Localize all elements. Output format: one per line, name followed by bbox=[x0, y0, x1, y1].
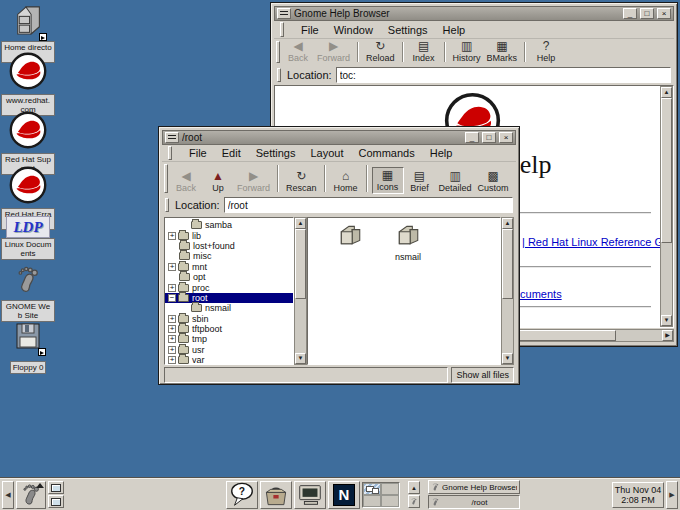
vertical-scrollbar[interactable]: ▲ ▼ bbox=[660, 86, 673, 327]
help-button[interactable]: ? Help bbox=[530, 39, 562, 64]
window-menu-icon[interactable] bbox=[277, 8, 291, 19]
maximize-button[interactable]: □ bbox=[482, 132, 496, 143]
scroll-up-icon[interactable]: ▲ bbox=[295, 218, 306, 229]
folder-icon bbox=[178, 294, 189, 302]
directory-tree: samba +lib lost+found misc +mnt opt +pro… bbox=[164, 217, 294, 365]
tree-item-selected[interactable]: −root bbox=[165, 293, 293, 303]
expander-icon[interactable]: − bbox=[168, 294, 176, 302]
location-input[interactable] bbox=[336, 67, 671, 83]
scroll-down-icon[interactable]: ▼ bbox=[661, 315, 672, 326]
file-filter-status[interactable]: Show all files bbox=[451, 367, 514, 383]
handle-grip[interactable] bbox=[280, 22, 284, 37]
menu-settings[interactable]: Settings bbox=[388, 24, 428, 36]
scroll-down-icon[interactable]: ▼ bbox=[502, 353, 513, 364]
scroll-right-icon[interactable]: ▶ bbox=[662, 330, 673, 341]
status-message bbox=[164, 367, 448, 383]
menu-help[interactable]: Help bbox=[430, 147, 453, 159]
back-button[interactable]: ◀ Back bbox=[170, 169, 202, 194]
terminal-launcher[interactable] bbox=[294, 481, 326, 509]
desk-guide-pager[interactable] bbox=[362, 482, 400, 508]
handle-grip[interactable] bbox=[277, 68, 281, 82]
expander-icon[interactable]: + bbox=[168, 335, 176, 343]
panel-hide-left-button[interactable]: ◀ bbox=[2, 481, 14, 509]
close-button[interactable]: × bbox=[499, 132, 513, 143]
menu-help[interactable]: Help bbox=[443, 24, 466, 36]
help-launcher[interactable] bbox=[226, 481, 258, 509]
fm-titlebar[interactable]: /root _ □ × bbox=[162, 130, 516, 145]
window-menu-icon[interactable] bbox=[165, 132, 179, 143]
minimize-button[interactable]: _ bbox=[465, 132, 479, 143]
pager-desktop-1[interactable] bbox=[363, 483, 381, 495]
expander-icon[interactable]: + bbox=[168, 325, 176, 333]
handle-grip[interactable] bbox=[164, 164, 168, 193]
handle-grip[interactable] bbox=[276, 41, 280, 63]
expander-icon[interactable]: + bbox=[168, 232, 176, 240]
pager-desktop-4[interactable] bbox=[381, 495, 399, 507]
menu-edit[interactable]: Edit bbox=[222, 147, 241, 159]
bmarks-button[interactable]: ▦ BMarks bbox=[484, 39, 521, 64]
file-item[interactable] bbox=[326, 224, 374, 252]
home-button[interactable]: ⌂ Home bbox=[330, 169, 362, 194]
handle-grip[interactable] bbox=[168, 146, 172, 160]
minimize-button[interactable]: _ bbox=[623, 8, 637, 19]
panel-hide-right-button[interactable]: ▶ bbox=[666, 481, 678, 509]
back-button[interactable]: ◀ Back bbox=[282, 39, 314, 64]
expander-icon[interactable]: + bbox=[168, 346, 176, 354]
up-button[interactable]: ▲ Up bbox=[202, 169, 234, 194]
scrollbar-thumb[interactable] bbox=[295, 229, 306, 299]
brief-view-button[interactable]: ▤ Brief bbox=[404, 169, 436, 194]
history-button[interactable]: ▥ History bbox=[450, 39, 484, 64]
task-button-help-browser[interactable]: Gnome Help Browser bbox=[428, 480, 520, 494]
scroll-down-icon[interactable]: ▼ bbox=[295, 353, 306, 364]
custom-view-button[interactable]: ▩ Custom bbox=[475, 169, 512, 194]
close-button[interactable]: × bbox=[657, 8, 671, 19]
monitor-button-bottom[interactable] bbox=[48, 495, 64, 508]
tasklist-foot-button[interactable] bbox=[408, 495, 420, 508]
monitor-button-top[interactable] bbox=[48, 481, 64, 494]
desktop-icon-floppy-0[interactable]: Floppy 0 bbox=[0, 320, 56, 374]
control-center-launcher[interactable] bbox=[260, 481, 292, 509]
menu-file[interactable]: File bbox=[189, 147, 207, 159]
reload-button[interactable]: ↻ Reload bbox=[363, 39, 398, 64]
file-item[interactable]: nsmail bbox=[384, 224, 432, 262]
forward-button[interactable]: ▶ Forward bbox=[234, 169, 273, 194]
scroll-up-icon[interactable]: ▲ bbox=[502, 218, 513, 229]
task-button-root[interactable]: /root bbox=[428, 495, 520, 509]
index-button[interactable]: ▤ Index bbox=[408, 39, 440, 64]
desktop-icon-www-redhat-com[interactable]: www.redhat.com bbox=[0, 52, 56, 116]
handle-grip[interactable] bbox=[165, 198, 169, 212]
help-titlebar[interactable]: Gnome Help Browser _ □ × bbox=[274, 6, 674, 21]
icons-view-button[interactable]: ▦ Icons bbox=[372, 167, 404, 194]
pager-desktop-2[interactable] bbox=[381, 483, 399, 495]
expander-icon[interactable]: + bbox=[168, 284, 176, 292]
detailed-view-button[interactable]: ▥ Detailed bbox=[436, 169, 475, 194]
expander-icon[interactable]: + bbox=[168, 356, 176, 364]
menu-window[interactable]: Window bbox=[334, 24, 373, 36]
main-menu-button[interactable] bbox=[16, 481, 46, 509]
desktop-icon-gnome-web-site[interactable]: GNOME Web Site bbox=[0, 264, 56, 322]
tree-scrollbar[interactable]: ▲ ▼ bbox=[294, 217, 307, 365]
menu-settings[interactable]: Settings bbox=[256, 147, 296, 159]
link-reference-guide[interactable]: | Red Hat Linux Reference Guide bbox=[522, 236, 674, 248]
tasklist-popup-button[interactable]: ▲ bbox=[408, 481, 420, 494]
location-input[interactable] bbox=[224, 197, 513, 213]
pager-desktop-3[interactable] bbox=[363, 495, 381, 507]
desktop-icon-linux-documents[interactable]: LDP Linux Documents bbox=[0, 216, 56, 260]
file-icon-pane[interactable]: nsmail bbox=[307, 217, 501, 365]
clock-applet[interactable]: Thu Nov 04 2:08 PM bbox=[612, 482, 664, 508]
expander-icon[interactable]: + bbox=[168, 263, 176, 271]
scroll-up-icon[interactable]: ▲ bbox=[661, 87, 672, 98]
rescan-button[interactable]: ↻ Rescan bbox=[283, 169, 320, 194]
fm-menubar: File Edit Settings Layout Commands Help bbox=[162, 145, 516, 162]
scrollbar-thumb[interactable] bbox=[661, 98, 672, 243]
menu-layout[interactable]: Layout bbox=[310, 147, 343, 159]
forward-button[interactable]: ▶ Forward bbox=[314, 39, 353, 64]
menu-commands[interactable]: Commands bbox=[358, 147, 414, 159]
netscape-launcher[interactable]: N bbox=[328, 481, 360, 509]
icon-pane-scrollbar[interactable]: ▲ ▼ bbox=[501, 217, 514, 365]
scrollbar-thumb[interactable] bbox=[502, 229, 513, 299]
menu-file[interactable]: File bbox=[301, 24, 319, 36]
expander-icon[interactable]: + bbox=[168, 315, 176, 323]
tree-item[interactable]: +var bbox=[165, 355, 293, 365]
maximize-button[interactable]: □ bbox=[640, 8, 654, 19]
